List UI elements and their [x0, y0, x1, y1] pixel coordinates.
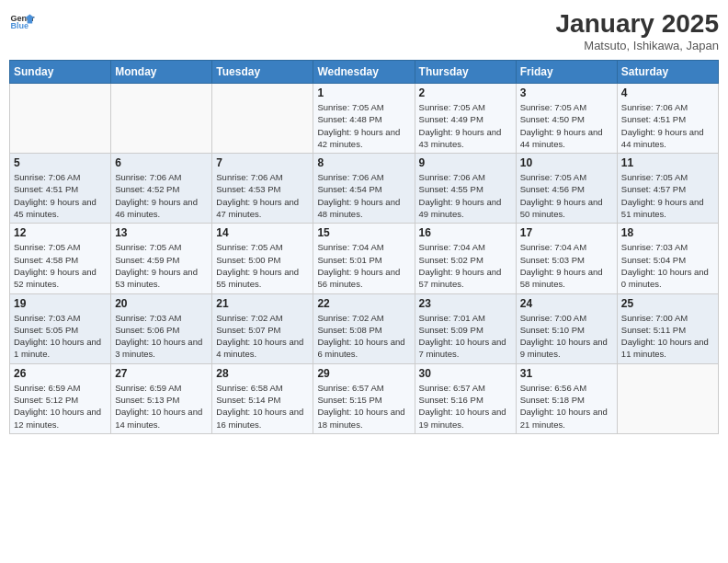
day-number: 23 — [419, 297, 512, 310]
header-day-tuesday: Tuesday — [212, 61, 313, 84]
day-number: 4 — [621, 86, 714, 99]
calendar-cell: 24Sunrise: 7:00 AM Sunset: 5:10 PM Dayli… — [516, 293, 617, 363]
day-number: 6 — [115, 156, 208, 169]
day-number: 3 — [520, 86, 613, 99]
day-info: Sunrise: 7:00 AM Sunset: 5:10 PM Dayligh… — [520, 312, 613, 361]
day-info: Sunrise: 7:05 AM Sunset: 4:56 PM Dayligh… — [520, 171, 613, 220]
day-info: Sunrise: 7:04 AM Sunset: 5:03 PM Dayligh… — [520, 241, 613, 290]
calendar-subtitle: Matsuto, Ishikawa, Japan — [556, 39, 719, 52]
calendar-cell: 7Sunrise: 7:06 AM Sunset: 4:53 PM Daylig… — [212, 154, 313, 224]
day-info: Sunrise: 6:59 AM Sunset: 5:12 PM Dayligh… — [14, 382, 107, 431]
calendar-cell — [617, 363, 718, 433]
day-info: Sunrise: 7:03 AM Sunset: 5:04 PM Dayligh… — [621, 241, 714, 290]
day-number: 5 — [14, 156, 107, 169]
calendar-cell: 14Sunrise: 7:05 AM Sunset: 5:00 PM Dayli… — [212, 224, 313, 293]
calendar-cell: 11Sunrise: 7:05 AM Sunset: 4:57 PM Dayli… — [617, 154, 718, 224]
calendar-cell: 20Sunrise: 7:03 AM Sunset: 5:06 PM Dayli… — [111, 293, 212, 363]
calendar-cell: 21Sunrise: 7:02 AM Sunset: 5:07 PM Dayli… — [212, 293, 313, 363]
day-info: Sunrise: 7:05 AM Sunset: 4:50 PM Dayligh… — [520, 101, 613, 150]
calendar-body: 1Sunrise: 7:05 AM Sunset: 4:48 PM Daylig… — [10, 84, 719, 434]
calendar-cell: 2Sunrise: 7:05 AM Sunset: 4:49 PM Daylig… — [415, 84, 516, 154]
day-number: 10 — [520, 156, 613, 169]
calendar-cell: 15Sunrise: 7:04 AM Sunset: 5:01 PM Dayli… — [313, 224, 415, 293]
day-number: 12 — [14, 226, 107, 239]
day-info: Sunrise: 7:05 AM Sunset: 4:48 PM Dayligh… — [317, 101, 410, 150]
day-number: 9 — [419, 156, 512, 169]
week-row-5: 26Sunrise: 6:59 AM Sunset: 5:12 PM Dayli… — [10, 363, 719, 433]
day-number: 26 — [14, 367, 107, 380]
day-info: Sunrise: 7:00 AM Sunset: 5:11 PM Dayligh… — [621, 312, 714, 361]
calendar-title: January 2025 — [556, 9, 719, 39]
day-number: 8 — [317, 156, 410, 169]
day-number: 17 — [520, 226, 613, 239]
header-day-thursday: Thursday — [415, 61, 516, 84]
day-number: 31 — [520, 367, 613, 380]
calendar-cell: 28Sunrise: 6:58 AM Sunset: 5:14 PM Dayli… — [212, 363, 313, 433]
week-row-4: 19Sunrise: 7:03 AM Sunset: 5:05 PM Dayli… — [10, 293, 719, 363]
day-info: Sunrise: 6:58 AM Sunset: 5:14 PM Dayligh… — [216, 382, 309, 431]
logo: General Blue — [9, 9, 35, 35]
day-info: Sunrise: 6:57 AM Sunset: 5:16 PM Dayligh… — [419, 382, 512, 431]
day-info: Sunrise: 7:06 AM Sunset: 4:54 PM Dayligh… — [317, 171, 410, 220]
calendar-cell: 25Sunrise: 7:00 AM Sunset: 5:11 PM Dayli… — [617, 293, 718, 363]
header-day-sunday: Sunday — [10, 61, 111, 84]
day-info: Sunrise: 6:56 AM Sunset: 5:18 PM Dayligh… — [520, 382, 613, 431]
calendar-cell: 30Sunrise: 6:57 AM Sunset: 5:16 PM Dayli… — [415, 363, 516, 433]
day-info: Sunrise: 7:05 AM Sunset: 4:58 PM Dayligh… — [14, 241, 107, 290]
day-info: Sunrise: 7:04 AM Sunset: 5:02 PM Dayligh… — [419, 241, 512, 290]
day-info: Sunrise: 7:05 AM Sunset: 4:57 PM Dayligh… — [621, 171, 714, 220]
day-number: 16 — [419, 226, 512, 239]
day-info: Sunrise: 7:04 AM Sunset: 5:01 PM Dayligh… — [317, 241, 410, 290]
day-number: 15 — [317, 226, 410, 239]
calendar-cell: 16Sunrise: 7:04 AM Sunset: 5:02 PM Dayli… — [415, 224, 516, 293]
day-info: Sunrise: 7:05 AM Sunset: 5:00 PM Dayligh… — [216, 241, 309, 290]
calendar-cell — [212, 84, 313, 154]
day-info: Sunrise: 7:01 AM Sunset: 5:09 PM Dayligh… — [419, 312, 512, 361]
calendar-page: General Blue January 2025 Matsuto, Ishik… — [0, 0, 728, 563]
calendar-cell: 22Sunrise: 7:02 AM Sunset: 5:08 PM Dayli… — [313, 293, 415, 363]
logo-icon: General Blue — [9, 9, 35, 35]
title-block: January 2025 Matsuto, Ishikawa, Japan — [556, 9, 719, 52]
header-day-friday: Friday — [516, 61, 617, 84]
calendar-cell: 12Sunrise: 7:05 AM Sunset: 4:58 PM Dayli… — [10, 224, 111, 293]
day-info: Sunrise: 6:57 AM Sunset: 5:15 PM Dayligh… — [317, 382, 410, 431]
calendar-cell: 19Sunrise: 7:03 AM Sunset: 5:05 PM Dayli… — [10, 293, 111, 363]
day-number: 21 — [216, 297, 309, 310]
calendar-cell: 31Sunrise: 6:56 AM Sunset: 5:18 PM Dayli… — [516, 363, 617, 433]
calendar-header: SundayMondayTuesdayWednesdayThursdayFrid… — [10, 61, 719, 84]
calendar-cell: 17Sunrise: 7:04 AM Sunset: 5:03 PM Dayli… — [516, 224, 617, 293]
header: General Blue January 2025 Matsuto, Ishik… — [9, 9, 719, 52]
day-number: 2 — [419, 86, 512, 99]
day-number: 28 — [216, 367, 309, 380]
day-info: Sunrise: 7:02 AM Sunset: 5:07 PM Dayligh… — [216, 312, 309, 361]
calendar-cell: 6Sunrise: 7:06 AM Sunset: 4:52 PM Daylig… — [111, 154, 212, 224]
svg-text:Blue: Blue — [10, 21, 28, 30]
calendar-cell: 13Sunrise: 7:05 AM Sunset: 4:59 PM Dayli… — [111, 224, 212, 293]
day-number: 14 — [216, 226, 309, 239]
day-info: Sunrise: 7:02 AM Sunset: 5:08 PM Dayligh… — [317, 312, 410, 361]
calendar-table: SundayMondayTuesdayWednesdayThursdayFrid… — [9, 60, 719, 434]
calendar-cell: 5Sunrise: 7:06 AM Sunset: 4:51 PM Daylig… — [10, 154, 111, 224]
calendar-cell — [10, 84, 111, 154]
day-number: 30 — [419, 367, 512, 380]
day-info: Sunrise: 7:06 AM Sunset: 4:53 PM Dayligh… — [216, 171, 309, 220]
day-number: 20 — [115, 297, 208, 310]
day-number: 27 — [115, 367, 208, 380]
calendar-cell: 29Sunrise: 6:57 AM Sunset: 5:15 PM Dayli… — [313, 363, 415, 433]
calendar-cell: 8Sunrise: 7:06 AM Sunset: 4:54 PM Daylig… — [313, 154, 415, 224]
calendar-cell: 18Sunrise: 7:03 AM Sunset: 5:04 PM Dayli… — [617, 224, 718, 293]
calendar-cell — [111, 84, 212, 154]
header-day-wednesday: Wednesday — [313, 61, 415, 84]
calendar-cell: 1Sunrise: 7:05 AM Sunset: 4:48 PM Daylig… — [313, 84, 415, 154]
day-number: 7 — [216, 156, 309, 169]
day-number: 18 — [621, 226, 714, 239]
day-info: Sunrise: 7:06 AM Sunset: 4:52 PM Dayligh… — [115, 171, 208, 220]
day-info: Sunrise: 7:06 AM Sunset: 4:55 PM Dayligh… — [419, 171, 512, 220]
day-info: Sunrise: 7:06 AM Sunset: 4:51 PM Dayligh… — [621, 101, 714, 150]
calendar-cell: 10Sunrise: 7:05 AM Sunset: 4:56 PM Dayli… — [516, 154, 617, 224]
day-number: 29 — [317, 367, 410, 380]
week-row-3: 12Sunrise: 7:05 AM Sunset: 4:58 PM Dayli… — [10, 224, 719, 293]
week-row-1: 1Sunrise: 7:05 AM Sunset: 4:48 PM Daylig… — [10, 84, 719, 154]
day-info: Sunrise: 7:03 AM Sunset: 5:06 PM Dayligh… — [115, 312, 208, 361]
day-number: 25 — [621, 297, 714, 310]
